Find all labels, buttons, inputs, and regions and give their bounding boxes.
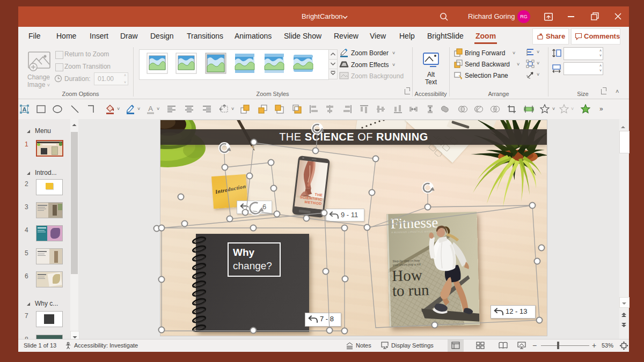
svg-text:A: A [23, 106, 27, 113]
svg-text:A: A [148, 105, 153, 113]
